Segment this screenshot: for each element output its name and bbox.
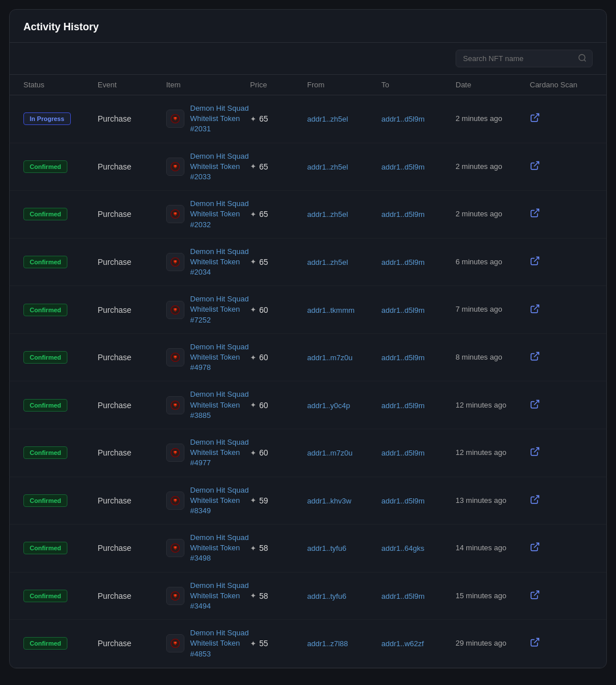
external-link-icon[interactable] bbox=[530, 592, 540, 602]
from-address[interactable]: addr1..tkmmm bbox=[307, 306, 355, 315]
event-cell: Purchase bbox=[98, 496, 166, 505]
from-address[interactable]: addr1..z7l88 bbox=[307, 639, 348, 648]
from-address[interactable]: addr1..m7z0u bbox=[307, 353, 353, 362]
item-name[interactable]: Demon Hit Squad Whitelist Token #4977 bbox=[190, 437, 250, 469]
col-price: Price bbox=[250, 80, 307, 89]
external-link-icon[interactable] bbox=[530, 306, 540, 316]
external-link-icon[interactable] bbox=[530, 497, 540, 506]
price-value: 60 bbox=[259, 353, 268, 362]
from-cell: addr1..m7z0u bbox=[307, 448, 381, 457]
scan-cell bbox=[530, 590, 593, 602]
item-name[interactable]: Demon Hit Squad Whitelist Token #2032 bbox=[190, 199, 250, 230]
status-badge: Confirmed bbox=[23, 637, 67, 650]
external-link-icon[interactable] bbox=[530, 115, 540, 124]
from-address[interactable]: addr1..zh5el bbox=[307, 115, 348, 123]
external-link-icon[interactable] bbox=[530, 353, 540, 363]
external-link-icon[interactable] bbox=[530, 258, 540, 268]
item-name[interactable]: Demon Hit Squad Whitelist Token #3498 bbox=[190, 533, 250, 564]
from-address[interactable]: addr1..zh5el bbox=[307, 210, 348, 219]
app-container: Activity History Status Event Item Price… bbox=[9, 9, 607, 668]
date-cell: 7 minutes ago bbox=[456, 304, 530, 315]
svg-point-27 bbox=[175, 499, 176, 501]
date-value: 14 minutes ago bbox=[456, 543, 506, 552]
item-name[interactable]: Demon Hit Squad Whitelist Token #4853 bbox=[190, 628, 250, 659]
to-address[interactable]: addr1..d5l9m bbox=[381, 401, 425, 410]
external-link-icon[interactable] bbox=[530, 639, 540, 649]
price-value: 65 bbox=[259, 114, 268, 123]
item-name[interactable]: Demon Hit Squad Whitelist Token #2031 bbox=[190, 103, 250, 135]
item-name[interactable]: Demon Hit Squad Whitelist Token #3494 bbox=[190, 581, 250, 612]
search-input[interactable] bbox=[456, 50, 593, 67]
from-cell: addr1..tkmmm bbox=[307, 305, 381, 315]
item-cell: Demon Hit Squad Whitelist Token #2034 bbox=[166, 247, 250, 278]
col-item: Item bbox=[166, 80, 250, 89]
item-name[interactable]: Demon Hit Squad Whitelist Token #3885 bbox=[190, 389, 250, 421]
item-name[interactable]: Demon Hit Squad Whitelist Token #4978 bbox=[190, 342, 250, 373]
svg-line-25 bbox=[534, 448, 539, 452]
event-cell: Purchase bbox=[98, 353, 166, 362]
external-link-icon[interactable] bbox=[530, 401, 540, 411]
from-address[interactable]: addr1..m7z0u bbox=[307, 449, 353, 457]
from-address[interactable]: addr1..tyfu6 bbox=[307, 592, 347, 601]
to-cell: addr1..64gks bbox=[381, 543, 456, 553]
to-address[interactable]: addr1..d5l9m bbox=[381, 353, 425, 362]
search-wrapper bbox=[456, 50, 593, 67]
to-address[interactable]: addr1..d5l9m bbox=[381, 115, 425, 123]
page-title: Activity History bbox=[23, 21, 99, 33]
svg-point-18 bbox=[175, 356, 176, 357]
from-address[interactable]: addr1..y0c4p bbox=[307, 401, 350, 410]
ada-icon: ✦ bbox=[250, 449, 256, 457]
date-value: 12 minutes ago bbox=[456, 401, 506, 409]
table-body: In Progress Purchase Demon Hit Squad Whi… bbox=[10, 95, 606, 668]
price-cell: ✦ 60 bbox=[250, 305, 307, 315]
item-icon bbox=[166, 348, 184, 366]
from-address[interactable]: addr1..khv3w bbox=[307, 497, 351, 505]
from-cell: addr1..tyfu6 bbox=[307, 591, 381, 601]
to-address[interactable]: addr1..64gks bbox=[381, 544, 424, 553]
event-label: Purchase bbox=[98, 448, 131, 457]
scan-cell bbox=[530, 112, 593, 125]
to-address[interactable]: addr1..d5l9m bbox=[381, 306, 425, 315]
table-row: Confirmed Purchase Demon Hit Squad White… bbox=[10, 525, 606, 573]
event-cell: Purchase bbox=[98, 162, 166, 171]
table-row: Confirmed Purchase Demon Hit Squad White… bbox=[10, 239, 606, 287]
from-address[interactable]: addr1..tyfu6 bbox=[307, 544, 347, 553]
item-icon bbox=[166, 396, 184, 414]
item-name[interactable]: Demon Hit Squad Whitelist Token #2034 bbox=[190, 247, 250, 278]
to-address[interactable]: addr1..d5l9m bbox=[381, 163, 425, 171]
svg-line-16 bbox=[534, 305, 539, 309]
svg-line-34 bbox=[534, 591, 539, 595]
ada-icon: ✦ bbox=[250, 401, 256, 409]
external-link-icon[interactable] bbox=[530, 210, 540, 220]
item-name[interactable]: Demon Hit Squad Whitelist Token #8349 bbox=[190, 485, 250, 517]
svg-point-6 bbox=[175, 165, 176, 167]
table-row: Confirmed Purchase Demon Hit Squad White… bbox=[10, 334, 606, 382]
external-link-icon[interactable] bbox=[530, 163, 540, 172]
svg-point-33 bbox=[175, 594, 176, 596]
item-name[interactable]: Demon Hit Squad Whitelist Token #2033 bbox=[190, 151, 250, 183]
external-link-icon[interactable] bbox=[530, 449, 540, 458]
status-cell: Confirmed bbox=[23, 446, 98, 459]
to-address[interactable]: addr1..d5l9m bbox=[381, 258, 425, 267]
item-icon bbox=[166, 205, 184, 223]
item-icon bbox=[166, 634, 184, 652]
to-address[interactable]: addr1..d5l9m bbox=[381, 449, 425, 457]
from-address[interactable]: addr1..zh5el bbox=[307, 163, 348, 171]
item-name[interactable]: Demon Hit Squad Whitelist Token #7252 bbox=[190, 294, 250, 325]
to-address[interactable]: addr1..d5l9m bbox=[381, 497, 425, 505]
ada-icon: ✦ bbox=[250, 210, 256, 219]
price-cell: ✦ 58 bbox=[250, 543, 307, 553]
price-value: 60 bbox=[259, 305, 268, 315]
col-cardano-scan: Cardano Scan bbox=[530, 80, 593, 89]
to-address[interactable]: addr1..w62zf bbox=[381, 639, 424, 648]
svg-point-21 bbox=[175, 404, 176, 405]
from-address[interactable]: addr1..zh5el bbox=[307, 258, 348, 267]
event-cell: Purchase bbox=[98, 401, 166, 410]
svg-line-7 bbox=[534, 162, 539, 166]
external-link-icon[interactable] bbox=[530, 544, 540, 554]
status-badge: Confirmed bbox=[23, 256, 67, 268]
to-address[interactable]: addr1..d5l9m bbox=[381, 210, 425, 219]
to-address[interactable]: addr1..d5l9m bbox=[381, 592, 425, 601]
from-cell: addr1..zh5el bbox=[307, 114, 381, 123]
svg-line-22 bbox=[534, 400, 539, 405]
